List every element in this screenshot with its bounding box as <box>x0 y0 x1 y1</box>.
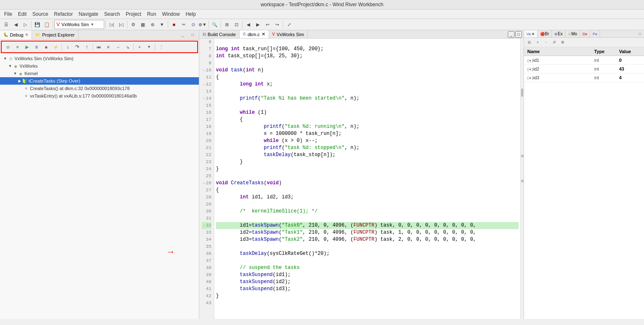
tab-debug[interactable]: 🐛 Debug ✕ <box>0 30 32 39</box>
toolbar-btn-nav4[interactable]: ↪ <box>272 20 282 29</box>
target-combo[interactable]: V VxWorks Sim ▼ <box>54 20 104 29</box>
line-num-11: 11 <box>202 74 211 81</box>
tab-project-explorer-label: Project Explorer <box>42 32 74 37</box>
tab-dkm-c-close[interactable]: ✕ <box>262 32 265 37</box>
skip-breakpoints-icon: ⊘ <box>6 45 10 49</box>
var-remove-btn[interactable]: - <box>542 39 550 46</box>
tab-debug-close[interactable]: ✕ <box>25 32 28 37</box>
far-right-tab-mo[interactable]: ⊙ Mo <box>566 30 580 37</box>
minimize-left-btn[interactable]: _ <box>178 30 187 39</box>
maximize-left-btn[interactable]: □ <box>188 30 197 39</box>
drop-to-frame-btn[interactable]: ⏮ <box>94 42 103 51</box>
terminate-btn[interactable]: ■ <box>42 42 51 51</box>
tree-item-vxworks[interactable]: ▼ ◈ VxWorks <box>0 62 199 70</box>
toolbar-btn-debug[interactable]: ⊙ <box>189 20 198 29</box>
var-row-id1[interactable]: (∗)id1 int 0 <box>524 56 644 65</box>
tree-item-kernel-label: Kernel <box>24 71 38 76</box>
menu-edit[interactable]: Edit <box>15 10 29 18</box>
maximize-editor-btn[interactable]: □ <box>515 31 522 38</box>
toolbar-btn-nav3[interactable]: ↩ <box>263 20 272 29</box>
menu-navigate[interactable]: Navigate <box>76 10 100 18</box>
toolbar-btn-1[interactable]: ☰ <box>2 20 11 29</box>
minimize-editor-btn[interactable]: _ <box>508 31 514 38</box>
code-line-14: printf("Task %i has been started\n", n); <box>216 95 519 102</box>
menu-refactor[interactable]: Refactor <box>51 10 75 18</box>
var-row-id2[interactable]: (∗)id2 int 43 <box>524 65 644 73</box>
toolbar-btn-search[interactable]: 🔍 <box>210 20 219 29</box>
tab-vxworks-sim[interactable]: V VxWorks Sim <box>269 30 308 38</box>
var-settings-btn[interactable]: ⚙ <box>559 39 566 46</box>
var-refresh-btn[interactable]: ↺ <box>551 39 558 46</box>
tab-build-console[interactable]: ⊟ Build Console <box>199 30 240 38</box>
code-line-23: } <box>216 159 519 166</box>
toolbar-btn-nav-back[interactable]: ◀ <box>244 20 253 29</box>
var-type-id3: int <box>593 74 617 81</box>
var-collapse-btn[interactable]: ⊟ <box>526 39 533 46</box>
toolbar-btn-debug2[interactable]: ⊛▼ <box>198 20 207 29</box>
var-add-btn[interactable]: + <box>534 39 541 46</box>
tree-item-createtasks-frame[interactable]: ≡ CreateTasks() at dkm.c:32 0x0000000180… <box>0 85 199 92</box>
code-line-11: { <box>216 74 519 81</box>
skip-all-breakpoints-btn[interactable]: ⊘ <box>3 42 12 51</box>
step-into-icon: ↓ <box>66 44 69 50</box>
toolbar-btn-run-forward[interactable]: ▷| <box>107 20 116 29</box>
line-num-36: 36 <box>202 250 211 257</box>
suspend-btn[interactable]: ⏸ <box>32 42 41 51</box>
toolbar-btn-build[interactable]: ⚙ <box>129 20 138 29</box>
add-breakpoint-btn[interactable]: + <box>135 42 144 51</box>
toolbar-btn-nav-fwd[interactable]: ▶ <box>253 20 262 29</box>
toolbar-btn-7[interactable]: ▼ <box>157 20 167 29</box>
remove-terminated-btn[interactable]: ✕ <box>13 42 22 51</box>
tab-dkm-c[interactable]: © dkm.c ✕ <box>240 30 269 38</box>
menu-run[interactable]: Run <box>144 10 159 18</box>
far-right-tab-br[interactable]: 🔴 Br <box>538 30 552 37</box>
tab-project-explorer[interactable]: 📁 Project Explorer <box>32 30 78 39</box>
far-right-tab-va[interactable]: Va ✕ <box>524 30 538 37</box>
tree-item-vxtaskentry-frame[interactable]: ≡ vxTaskEntry() at vxALib.s:177 0x000000… <box>0 92 199 100</box>
far-right-tab-ex[interactable]: ⊕ Ex <box>552 30 566 37</box>
instruction-step-over-btn[interactable]: → <box>113 42 122 51</box>
more-debug-options-btn[interactable]: ⋮ <box>157 42 166 51</box>
vertical-scrollbar[interactable] <box>520 39 524 319</box>
use-step-filters-btn[interactable]: ≡ <box>104 42 113 51</box>
step-into-btn[interactable]: ↓ <box>63 42 72 51</box>
far-right-tab-pe[interactable]: Pe <box>590 30 600 37</box>
menu-window[interactable]: Window <box>159 10 182 18</box>
step-over-btn[interactable]: ↷ <box>73 42 82 51</box>
resume-btn[interactable]: ▶ <box>22 42 32 51</box>
tree-item-tcreatetasks[interactable]: ▶ 🔰 tCreateTasks (Step Over) <box>0 77 199 85</box>
toolbar-btn-nav1[interactable]: ⊞ <box>222 20 231 29</box>
toolbar-btn-terminate[interactable]: ■ <box>169 20 179 29</box>
toolbar-btn-maximize[interactable]: ⤢ <box>284 20 294 29</box>
breakpoint-dropdown-btn[interactable]: ▼ <box>144 42 154 51</box>
scrollbar-thumb-v[interactable] <box>521 88 523 97</box>
menu-help[interactable]: Help <box>183 10 198 18</box>
toolbar-btn-nav2[interactable]: ⊡ <box>232 20 241 29</box>
toolbar-btn-ext[interactable]: ✂ <box>179 20 188 29</box>
tree-item-vxworks-sim[interactable]: ▼ ⊙ VxWorks Sim (VxWorks Sim) <box>0 55 199 62</box>
var-row-id3[interactable]: (∗)id3 int 4 <box>524 73 644 82</box>
toolbar-btn-4[interactable]: 📋 <box>42 20 51 29</box>
menu-source[interactable]: Source <box>30 10 51 18</box>
far-right-maximize-btn[interactable]: □ <box>637 31 643 37</box>
toolbar-btn-6[interactable]: ⊛ <box>148 20 157 29</box>
toolbar-btn-save[interactable]: 💾 <box>33 20 42 29</box>
disconnect-btn[interactable]: ⚡ <box>51 42 60 51</box>
target-combo-arrow[interactable]: ▼ <box>91 22 94 27</box>
menu-search[interactable]: Search <box>102 10 122 18</box>
code-content[interactable]: long int task_run[]={100, 450, 200}; int… <box>214 39 520 319</box>
menu-project[interactable]: Project <box>123 10 144 18</box>
menu-file[interactable]: File <box>2 10 15 18</box>
far-right-tab-de[interactable]: De <box>580 30 590 37</box>
code-editor[interactable]: 6 7 8 9 ↔10 11 ↔12 13 ↔14 15 16 17 18 <box>199 39 524 319</box>
toolbar-btn-2[interactable]: ◀ <box>11 20 20 29</box>
toolbar-btn-3[interactable]: ▷ <box>21 20 30 29</box>
tree-item-kernel[interactable]: ▼ ◈ Kernel <box>0 70 199 77</box>
step-return-btn[interactable]: ↑ <box>82 42 91 51</box>
instruction-step-into-btn[interactable]: ↘ <box>123 42 132 51</box>
toolbar-btn-5[interactable]: ▦ <box>138 20 147 29</box>
tab-va-close[interactable]: ✕ <box>531 32 535 36</box>
debug-tree: ▼ ⊙ VxWorks Sim (VxWorks Sim) ▼ ◈ VxWork… <box>0 54 199 319</box>
toolbar-btn-run-back[interactable]: |◁ <box>117 20 126 29</box>
line-num-29: 29 <box>202 201 211 208</box>
